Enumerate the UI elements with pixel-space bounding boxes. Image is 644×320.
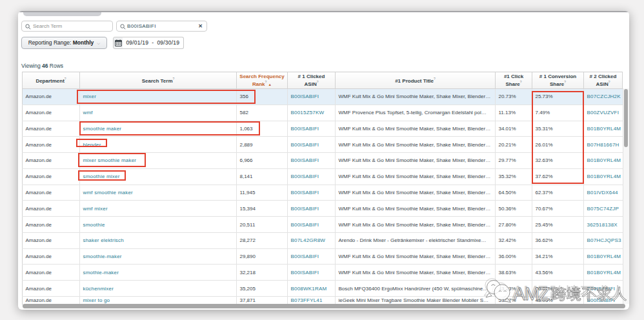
svg-text:AMZ: AMZ xyxy=(514,285,550,304)
